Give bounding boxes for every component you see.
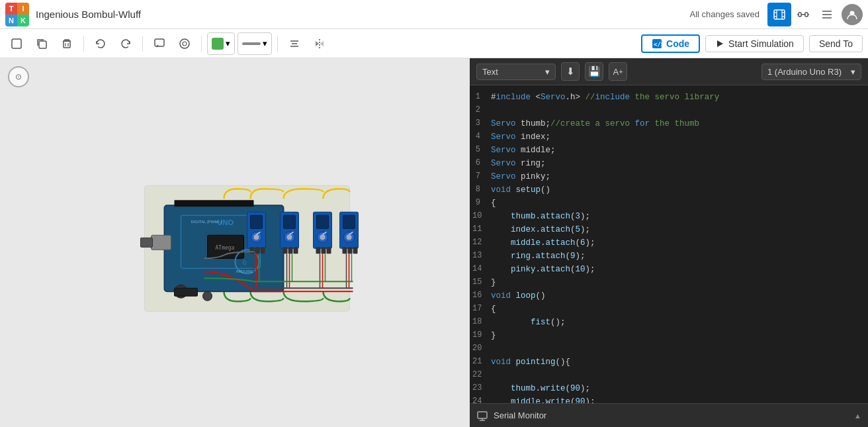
svg-rect-52 [250, 247, 255, 254]
line-dropdown-arrow: ▾ [263, 38, 267, 48]
comment-btn[interactable] [148, 32, 171, 55]
delete-btn[interactable] [56, 32, 78, 55]
code-line: 21void pointing(){ [470, 356, 868, 369]
save-icon-btn[interactable]: 💾 [585, 62, 603, 81]
svg-rect-16 [12, 39, 21, 48]
code-mode-dropdown[interactable]: Text ▾ [476, 64, 556, 80]
svg-rect-9 [805, 13, 808, 17]
compass-control[interactable]: ⊙ [8, 66, 29, 87]
svg-point-35 [203, 291, 212, 301]
code-toolbar: Text ▾ ⬇ 💾 A+ 1 (Arduino Uno R3) ▾ [470, 58, 868, 85]
svg-rect-72 [343, 215, 355, 228]
svg-point-50 [254, 234, 259, 240]
svg-rect-18 [64, 41, 70, 48]
sep4 [277, 36, 278, 52]
canvas-area[interactable]: ⊙ [0, 58, 470, 427]
start-simulation-button[interactable]: Start Simulation [705, 35, 804, 52]
new-btn[interactable] [5, 32, 28, 55]
annotation-btn[interactable] [173, 32, 196, 55]
toolbar: ▾ ▾ </> Code St [0, 29, 868, 58]
align-btn[interactable] [283, 32, 306, 55]
code-line: 24 middle.write(90); [470, 395, 868, 403]
color-dropdown-arrow: ▾ [226, 38, 230, 48]
3d-view-nav-btn[interactable] [767, 3, 791, 26]
redo-btn[interactable] [114, 32, 137, 55]
svg-rect-68 [316, 247, 321, 254]
serial-monitor-arrow: ▲ [854, 412, 861, 420]
svg-text:ATmega: ATmega [216, 245, 235, 251]
svg-rect-94 [478, 412, 487, 418]
circuit-nav-btn[interactable] [791, 3, 815, 26]
sep1 [83, 36, 84, 52]
code-line: 13 ring.attach(9); [470, 250, 868, 263]
send-to-button[interactable]: Send To [809, 35, 863, 52]
app-title: Ingenious Bombul-Wluff [36, 9, 689, 20]
code-line: 9{ [470, 197, 868, 210]
undo-btn[interactable] [89, 32, 112, 55]
code-line: 6Servo ring; [470, 157, 868, 170]
svg-rect-62 [294, 247, 298, 254]
redo-icon [120, 38, 132, 50]
start-sim-label: Start Simulation [728, 38, 794, 49]
copy-btn[interactable] [30, 32, 53, 55]
serial-monitor-icon [476, 410, 488, 422]
svg-rect-54 [261, 247, 265, 254]
svg-rect-60 [283, 247, 288, 254]
line-swatch [242, 42, 261, 45]
delete-icon [61, 38, 73, 50]
svg-rect-53 [255, 247, 260, 254]
code-line: 22 [470, 369, 868, 382]
code-line: 14 pinky.attach(10); [470, 263, 868, 276]
code-button[interactable]: </> Code [641, 34, 700, 53]
code-line: 20 [470, 342, 868, 356]
code-line: 11 index.attach(5); [470, 223, 868, 236]
svg-text:DIGITAL (PWM~): DIGITAL (PWM~) [191, 220, 222, 224]
svg-rect-77 [348, 247, 353, 254]
comment-icon [153, 38, 165, 50]
svg-rect-39 [141, 238, 153, 247]
svg-text:©: © [243, 259, 247, 266]
toolbar-right-group: </> Code Start Simulation Send To [641, 34, 863, 53]
dropdown-arrow: ▾ [545, 67, 550, 77]
download-icon-btn[interactable]: ⬇ [561, 62, 580, 81]
color-swatch [212, 38, 224, 50]
user-avatar-btn[interactable] [842, 4, 863, 25]
code-panel: Text ▾ ⬇ 💾 A+ 1 (Arduino Uno R3) ▾ 1#inc… [470, 58, 868, 427]
code-line: 18 fist(); [470, 316, 868, 329]
code-line: 5Servo middle; [470, 144, 868, 157]
code-line: 16void loop() [470, 289, 868, 303]
code-line: 17{ [470, 303, 868, 316]
align-icon [288, 38, 300, 50]
annotation-icon [179, 38, 191, 50]
code-icon: </> [652, 38, 662, 49]
line-selector[interactable]: ▾ [238, 32, 272, 55]
serial-monitor-bar[interactable]: Serial Monitor ▲ [470, 403, 868, 427]
svg-point-74 [347, 234, 352, 240]
board-selector-dropdown[interactable]: 1 (Arduino Uno R3) ▾ [761, 64, 861, 80]
send-to-label: Send To [819, 38, 853, 49]
circuit-svg: ATmega UNO DIGITAL (PWM~) © ARDUINO [79, 159, 363, 331]
mirror-btn[interactable] [308, 32, 331, 55]
code-line: 2 [470, 104, 868, 117]
code-label: Code [666, 38, 689, 49]
list-nav-btn[interactable] [815, 3, 839, 26]
svg-point-66 [320, 234, 326, 240]
font-size-btn[interactable]: A+ [609, 62, 627, 81]
svg-rect-56 [284, 215, 296, 228]
svg-rect-48 [251, 215, 263, 228]
color-selector[interactable]: ▾ [207, 32, 235, 55]
code-line: 7Servo pinky; [470, 170, 868, 183]
code-editor[interactable]: 1#include <Servo.h> //include the servo … [470, 85, 868, 403]
avatar-icon [846, 9, 858, 21]
save-status: All changes saved [689, 9, 760, 19]
svg-rect-69 [322, 247, 326, 254]
circuit-nav-icon [797, 8, 810, 21]
svg-rect-38 [152, 235, 171, 250]
svg-rect-78 [353, 247, 358, 254]
undo-icon [95, 38, 107, 50]
svg-rect-7 [799, 13, 801, 17]
code-line: 4Servo index; [470, 130, 868, 144]
svg-rect-46 [175, 200, 254, 207]
board-label: 1 (Arduino Uno R3) [767, 67, 842, 77]
svg-rect-17 [39, 41, 46, 48]
